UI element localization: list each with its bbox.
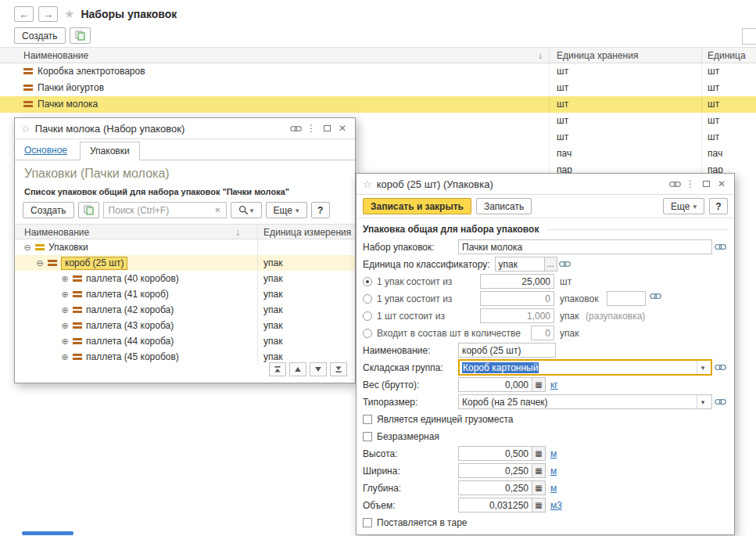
dropdown-button[interactable]: ▾ bbox=[697, 361, 708, 374]
open-link-button[interactable] bbox=[712, 364, 728, 371]
forward-button[interactable]: → bbox=[38, 6, 58, 22]
column-header-unit[interactable]: Единица измерения bbox=[263, 227, 351, 238]
pack-quantity-field[interactable]: 25,000 bbox=[480, 274, 554, 289]
open-link-button[interactable] bbox=[647, 293, 663, 300]
open-link-button[interactable] bbox=[557, 261, 573, 268]
height-field[interactable]: 0,500 bbox=[458, 446, 532, 461]
classifier-unit-field[interactable]: упак bbox=[495, 257, 545, 272]
checkbox-cargo-unit[interactable] bbox=[363, 415, 372, 424]
column-header-name[interactable]: Наименование bbox=[23, 50, 88, 61]
copy-pack-button[interactable] bbox=[78, 202, 99, 218]
radio-pack-consists-of[interactable] bbox=[363, 277, 372, 286]
packs-quantity-field[interactable]: 0 bbox=[480, 291, 554, 306]
expand-icon[interactable]: ⊕ bbox=[60, 290, 70, 300]
save-close-button[interactable]: Записать и закрыть bbox=[363, 198, 471, 214]
search-options-button[interactable]: ▾ bbox=[231, 202, 262, 218]
unit-link[interactable]: м bbox=[550, 483, 557, 494]
window-menu-button[interactable]: ⋮ bbox=[683, 176, 698, 192]
tree-row[interactable]: ⊕ паллета (44 короба) упак bbox=[15, 333, 355, 349]
unit-link[interactable]: м bbox=[550, 448, 557, 459]
radio-pack-consists-of-packs[interactable] bbox=[363, 294, 372, 304]
checkbox-dimensionless[interactable] bbox=[363, 432, 372, 441]
more-button[interactable]: Еще ▾ bbox=[266, 202, 307, 218]
table-row[interactable]: Коробка электротоваров шт шт bbox=[0, 63, 756, 80]
tab-packs[interactable]: Упаковки bbox=[80, 142, 140, 160]
copy-list-button[interactable] bbox=[70, 27, 91, 44]
pack-set-field[interactable]: Пачки молока bbox=[458, 239, 712, 254]
name-field[interactable]: короб (25 шт) bbox=[458, 343, 556, 358]
unit-link[interactable]: кг bbox=[550, 380, 558, 390]
checkbox-label[interactable]: Безразмерная bbox=[377, 431, 439, 442]
collapse-icon[interactable]: ⊖ bbox=[35, 258, 45, 268]
width-field[interactable]: 0,250 bbox=[458, 463, 532, 478]
tree-row[interactable]: ⊕ паллета (40 коробов) упак bbox=[15, 271, 355, 286]
radio-unit-consists-of[interactable] bbox=[363, 311, 372, 321]
scroll-top-button[interactable] bbox=[269, 362, 286, 376]
warehouse-group-field[interactable]: Короб картонный ▾ bbox=[458, 359, 712, 376]
weight-field[interactable]: 0,000 bbox=[458, 377, 532, 392]
maximize-button[interactable] bbox=[698, 176, 714, 192]
volume-field[interactable]: 0,031250 bbox=[458, 498, 532, 513]
expand-icon[interactable]: ⊕ bbox=[60, 305, 70, 315]
radio-label[interactable]: Входит в состав шт в количестве bbox=[377, 328, 521, 339]
calculator-button[interactable]: ▦ bbox=[532, 377, 546, 392]
expand-icon[interactable]: ⊕ bbox=[60, 336, 70, 347]
calculator-button[interactable]: ▦ bbox=[532, 498, 546, 513]
expand-icon[interactable]: ⊕ bbox=[60, 321, 70, 331]
more-button[interactable]: Еще ▾ bbox=[663, 198, 704, 214]
maximize-button[interactable] bbox=[319, 121, 335, 136]
radio-label[interactable]: 1 шт состоит из bbox=[377, 311, 445, 322]
tree-row[interactable]: ⊕ паллета (41 короб) упак bbox=[15, 286, 355, 302]
create-pack-button[interactable]: Создать bbox=[23, 202, 74, 218]
clipped-search-field[interactable] bbox=[742, 28, 756, 45]
column-header-storage-unit[interactable]: Единица хранения bbox=[557, 50, 638, 61]
close-button[interactable]: ✕ bbox=[335, 121, 350, 136]
size-type-field[interactable]: Короб (на 25 пачек) ▾ bbox=[458, 394, 712, 409]
depth-field[interactable]: 0,250 bbox=[458, 480, 532, 495]
open-link-button[interactable] bbox=[712, 398, 728, 405]
scroll-bottom-button[interactable] bbox=[330, 362, 347, 376]
open-link-button[interactable] bbox=[712, 243, 728, 250]
get-link-button[interactable] bbox=[288, 121, 303, 136]
table-row[interactable]: Пачки йогуртов шт шт bbox=[0, 80, 756, 96]
create-button[interactable]: Создать bbox=[14, 27, 66, 44]
radio-included-in-unit[interactable] bbox=[363, 329, 372, 338]
get-link-button[interactable] bbox=[667, 176, 683, 192]
tree-row[interactable]: ⊕ паллета (43 короба) упак bbox=[15, 318, 355, 333]
tree-row-selected[interactable]: ⊖ короб (25 шт) упак bbox=[15, 255, 355, 271]
favorite-star-icon[interactable]: ★ bbox=[64, 7, 74, 21]
favorite-star-icon[interactable]: ☆ bbox=[363, 178, 372, 190]
column-header-unit[interactable]: Единица bbox=[708, 50, 746, 61]
clear-search-icon[interactable]: ✕ bbox=[213, 206, 222, 214]
expand-icon[interactable]: ⊕ bbox=[60, 274, 70, 284]
included-quantity-field[interactable]: 0 bbox=[531, 326, 554, 340]
calculator-button[interactable]: ▦ bbox=[532, 480, 546, 495]
expand-icon[interactable]: ⊕ bbox=[60, 352, 70, 362]
checkbox-label[interactable]: Является единицей грузоместа bbox=[377, 414, 514, 425]
calculator-button[interactable]: ▦ bbox=[532, 446, 546, 461]
table-row-selected[interactable]: Пачки молока шт шт bbox=[0, 96, 756, 113]
save-button[interactable]: Записать bbox=[476, 198, 532, 214]
help-button[interactable]: ? bbox=[709, 198, 728, 214]
checkbox-supplied-in-container[interactable] bbox=[363, 518, 372, 527]
tree-row[interactable]: ⊕ паллета (42 короба) упак bbox=[15, 302, 355, 318]
help-button[interactable]: ? bbox=[311, 202, 330, 218]
column-header-name[interactable]: Наименование bbox=[24, 227, 89, 238]
scroll-down-button[interactable] bbox=[310, 362, 327, 376]
search-input[interactable] bbox=[107, 204, 213, 217]
tab-main[interactable]: Основное bbox=[24, 145, 67, 160]
checkbox-label[interactable]: Поставляется в таре bbox=[377, 517, 468, 528]
pack-ref-field[interactable] bbox=[607, 291, 646, 306]
collapse-icon[interactable]: ⊖ bbox=[23, 243, 32, 253]
calculator-button[interactable]: ▦ bbox=[532, 463, 546, 478]
tree-row-group[interactable]: ⊖ Упаковки bbox=[15, 239, 355, 255]
dropdown-button[interactable]: ▾ bbox=[697, 395, 708, 408]
choose-button[interactable]: … bbox=[545, 257, 557, 272]
radio-label[interactable]: 1 упак состоит из bbox=[377, 293, 452, 304]
window-menu-button[interactable]: ⋮ bbox=[303, 121, 319, 136]
unit-link[interactable]: м bbox=[550, 466, 557, 477]
back-button[interactable]: ← bbox=[14, 6, 34, 22]
scroll-up-button[interactable] bbox=[289, 362, 306, 376]
favorite-star-icon[interactable]: ☆ bbox=[21, 123, 30, 135]
close-button[interactable]: ✕ bbox=[714, 176, 729, 192]
